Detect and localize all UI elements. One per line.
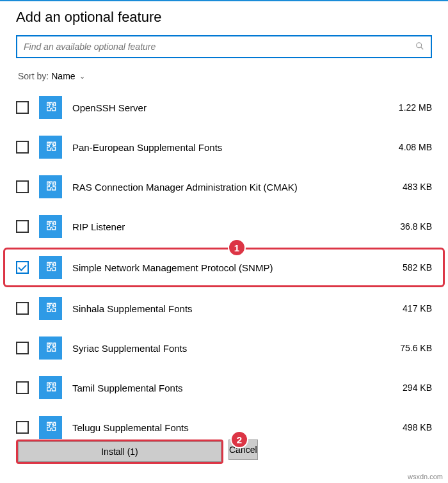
feature-checkbox[interactable] [16, 342, 29, 354]
feature-size: 498 KB [387, 422, 432, 432]
annotation-badge-2: 2 [230, 431, 248, 448]
feature-name: RAS Connection Manager Administration Ki… [72, 182, 377, 193]
cancel-button-wrap: Cancel [228, 439, 432, 464]
puzzle-icon [39, 215, 62, 238]
feature-item[interactable]: RAS Connection Manager Administration Ki… [3, 167, 445, 207]
svg-line-1 [421, 47, 424, 49]
search-input[interactable] [24, 42, 415, 52]
feature-name: Simple Network Management Protocol (SNMP… [72, 262, 377, 273]
feature-checkbox[interactable] [16, 261, 29, 274]
feature-size: 36.8 KB [387, 221, 432, 232]
sort-label: Sort by: [18, 71, 49, 81]
feature-size: 483 KB [387, 182, 432, 192]
feature-item[interactable]: RIP Listener36.8 KB [3, 207, 445, 246]
feature-item[interactable]: OpenSSH Server1.22 MB [3, 88, 445, 127]
feature-item[interactable]: Syriac Supplemental Fonts75.6 KB [3, 328, 445, 368]
feature-checkbox[interactable] [16, 421, 29, 434]
puzzle-icon [39, 297, 62, 320]
annotation-badge-1: 1 [228, 239, 246, 257]
chevron-down-icon: ⌄ [79, 72, 85, 81]
feature-checkbox[interactable] [16, 381, 29, 394]
watermark: wsxdn.com [408, 473, 443, 480]
feature-name: Tamil Supplemental Fonts [72, 383, 377, 393]
puzzle-icon [39, 416, 62, 439]
feature-checkbox[interactable] [16, 101, 29, 114]
feature-name: Syriac Supplemental Fonts [72, 343, 377, 354]
checkmark-icon [18, 262, 26, 271]
sort-dropdown[interactable]: Sort by: Name ⌄ [0, 68, 448, 88]
feature-size: 582 KB [387, 262, 432, 273]
feature-size: 294 KB [387, 383, 432, 393]
feature-checkbox[interactable] [16, 302, 29, 315]
puzzle-icon [39, 136, 62, 159]
feature-item[interactable]: 1Simple Network Management Protocol (SNM… [3, 248, 445, 287]
feature-item[interactable]: Sinhala Supplemental Fonts417 KB [3, 289, 445, 328]
install-button-highlight: 2 Install (1) [16, 439, 223, 464]
search-icon [415, 42, 424, 52]
feature-item[interactable]: Tamil Supplemental Fonts294 KB [3, 368, 445, 408]
feature-name: Sinhala Supplemental Fonts [72, 303, 377, 314]
feature-name: OpenSSH Server [72, 102, 377, 113]
install-button[interactable]: Install (1) [18, 441, 221, 462]
feature-size: 417 KB [387, 303, 432, 313]
page-title: Add an optional feature [0, 1, 448, 35]
feature-size: 4.08 MB [387, 142, 432, 152]
feature-checkbox[interactable] [16, 180, 29, 193]
sort-value: Name [51, 71, 75, 81]
feature-name: RIP Listener [72, 221, 377, 232]
feature-checkbox[interactable] [16, 220, 29, 233]
feature-name: Telugu Supplemental Fonts [72, 422, 377, 433]
feature-name: Pan-European Supplemental Fonts [72, 142, 377, 153]
puzzle-icon [39, 96, 62, 119]
puzzle-icon [39, 175, 62, 198]
button-row: 2 Install (1) Cancel [16, 439, 432, 464]
feature-item[interactable]: Pan-European Supplemental Fonts4.08 MB [3, 127, 445, 167]
feature-size: 1.22 MB [387, 102, 432, 113]
svg-point-0 [417, 42, 422, 47]
puzzle-icon [39, 337, 62, 360]
feature-list: OpenSSH Server1.22 MBPan-European Supple… [0, 88, 448, 447]
feature-checkbox[interactable] [16, 141, 29, 154]
feature-size: 75.6 KB [387, 343, 432, 353]
puzzle-icon [39, 376, 62, 399]
search-box[interactable] [16, 35, 432, 58]
puzzle-icon [39, 256, 62, 279]
